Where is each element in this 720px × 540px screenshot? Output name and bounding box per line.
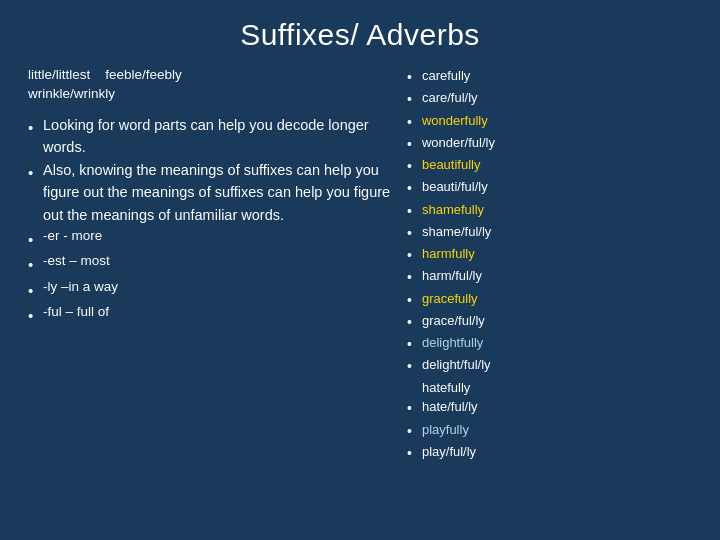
bullet-dot: • bbox=[28, 253, 38, 276]
bullet-text: Looking for word parts can help you deco… bbox=[43, 114, 397, 159]
right-item: •hate/ful/ly bbox=[407, 397, 692, 419]
dot: • bbox=[407, 245, 417, 266]
right-item: •gracefully bbox=[407, 289, 692, 311]
dot: • bbox=[407, 156, 417, 177]
right-item: •beautifully bbox=[407, 155, 692, 177]
right-item: •beauti/ful/ly bbox=[407, 177, 692, 199]
content-area: little/littlest feeble/feeblywrinkle/wri… bbox=[28, 66, 692, 522]
dot: • bbox=[407, 312, 417, 333]
bullet-text: -est – most bbox=[43, 251, 397, 272]
dot: • bbox=[407, 334, 417, 355]
word-text: beautifully bbox=[422, 155, 692, 175]
right-column: •carefully •care/ful/ly •wonderfully •wo… bbox=[407, 66, 692, 522]
word-text: delightfully bbox=[422, 333, 692, 353]
bullet-dot: • bbox=[28, 228, 38, 251]
right-item: •grace/ful/ly bbox=[407, 311, 692, 333]
list-item: • -ly –in a way bbox=[28, 277, 397, 302]
dot: • bbox=[407, 267, 417, 288]
bullet-text: -ful – full of bbox=[43, 302, 397, 323]
word-text: playfully bbox=[422, 420, 692, 440]
right-item: •delightfully bbox=[407, 333, 692, 355]
dot: • bbox=[407, 290, 417, 311]
list-item: • -er - more bbox=[28, 226, 397, 251]
dot: • bbox=[407, 134, 417, 155]
word-text: carefully bbox=[422, 66, 692, 86]
page: Suffixes/ Adverbs little/littlest feeble… bbox=[0, 0, 720, 540]
word-text: harm/ful/ly bbox=[422, 266, 692, 286]
dot: • bbox=[407, 421, 417, 442]
dot: • bbox=[407, 443, 417, 464]
bullet-dot: • bbox=[28, 279, 38, 302]
dot: • bbox=[407, 89, 417, 110]
word-text: gracefully bbox=[422, 289, 692, 309]
dot: • bbox=[407, 112, 417, 133]
right-item: •carefully bbox=[407, 66, 692, 88]
right-item: •shamefully bbox=[407, 200, 692, 222]
right-item: •harmfully bbox=[407, 244, 692, 266]
bullet-dot: • bbox=[28, 116, 38, 139]
bullet-dot: • bbox=[28, 161, 38, 184]
list-item: • Looking for word parts can help you de… bbox=[28, 114, 397, 159]
right-item: •care/ful/ly bbox=[407, 88, 692, 110]
right-item: •shame/ful/ly bbox=[407, 222, 692, 244]
dot: • bbox=[407, 356, 417, 377]
word-text: beauti/ful/ly bbox=[422, 177, 692, 197]
word-text: harmfully bbox=[422, 244, 692, 264]
word-text: wonderfully bbox=[422, 111, 692, 131]
bullet-text: -ly –in a way bbox=[43, 277, 397, 298]
list-item: • Also, knowing the meanings of suffixes… bbox=[28, 159, 397, 226]
page-title: Suffixes/ Adverbs bbox=[28, 18, 692, 52]
word-text: play/ful/ly bbox=[422, 442, 692, 462]
dot: • bbox=[407, 201, 417, 222]
word-text: hate/ful/ly bbox=[422, 397, 692, 417]
right-item: •playfully bbox=[407, 420, 692, 442]
subtitle: little/littlest feeble/feeblywrinkle/wri… bbox=[28, 66, 397, 104]
right-item: •play/ful/ly bbox=[407, 442, 692, 464]
bullet-dot: • bbox=[28, 304, 38, 327]
bullet-text: Also, knowing the meanings of suffixes c… bbox=[43, 159, 397, 226]
word-text: shame/ful/ly bbox=[422, 222, 692, 242]
right-item: •delight/ful/ly bbox=[407, 355, 692, 377]
list-item: • -ful – full of bbox=[28, 302, 397, 327]
dot: • bbox=[407, 398, 417, 419]
right-item: •wonderfully bbox=[407, 111, 692, 133]
word-text: delight/ful/ly bbox=[422, 355, 692, 375]
dot: • bbox=[407, 178, 417, 199]
dot: • bbox=[407, 67, 417, 88]
bullet-list: • Looking for word parts can help you de… bbox=[28, 114, 397, 327]
right-item: •wonder/ful/ly bbox=[407, 133, 692, 155]
word-text: wonder/ful/ly bbox=[422, 133, 692, 153]
left-column: little/littlest feeble/feeblywrinkle/wri… bbox=[28, 66, 397, 522]
word-text: grace/ful/ly bbox=[422, 311, 692, 331]
word-text: shamefully bbox=[422, 200, 692, 220]
subtitle-text: little/littlest feeble/feeblywrinkle/wri… bbox=[28, 67, 182, 101]
right-item: •harm/ful/ly bbox=[407, 266, 692, 288]
list-item: • -est – most bbox=[28, 251, 397, 276]
right-item: hatefully bbox=[407, 378, 692, 398]
word-text: hatefully bbox=[422, 378, 692, 398]
dot: • bbox=[407, 223, 417, 244]
word-text: care/ful/ly bbox=[422, 88, 692, 108]
bullet-text: -er - more bbox=[43, 226, 397, 247]
